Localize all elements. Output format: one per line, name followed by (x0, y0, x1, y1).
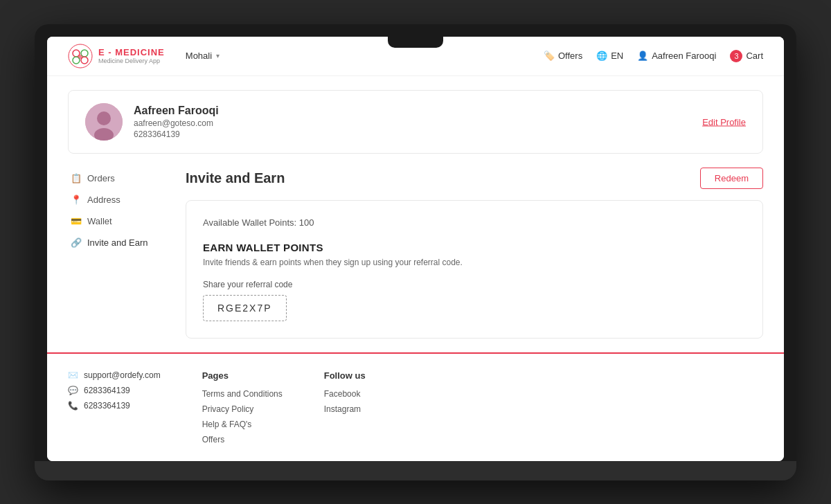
footer-email-item: ✉️ support@ordefy.com (68, 370, 161, 380)
sidebar-item-orders[interactable]: 📋 Orders (68, 168, 165, 189)
cart-label: Cart (746, 51, 763, 61)
logo-title: E - MEDICINE (98, 47, 165, 57)
avatar (85, 103, 123, 141)
address-icon: 📍 (71, 195, 82, 205)
profile-phone: 6283364139 (134, 129, 219, 139)
share-icon: 🔗 (71, 237, 82, 248)
footer-social-section: Follow us Facebook Instagram (324, 370, 366, 444)
whatsapp-icon: 💬 (68, 386, 78, 395)
footer-pages-section: Pages Terms and Conditions Privacy Polic… (202, 370, 283, 444)
earn-title: EARN WALLET POINTS (203, 242, 746, 253)
referral-label: Share your referral code (203, 280, 746, 289)
footer-phone2-item: 📞 6283364139 (68, 401, 161, 411)
sidebar: 📋 Orders 📍 Address 💳 Wallet 🔗 Invite and… (68, 168, 165, 339)
footer-phone2: 6283364139 (84, 401, 130, 411)
footer-link-offers[interactable]: Offers (202, 435, 283, 444)
wallet-points-text: Available Wallet Points: 100 (203, 217, 746, 228)
user-name-header: Aafreen Farooqi (652, 51, 716, 61)
chevron-down-icon: ▾ (216, 52, 220, 60)
offers-label: Offers (558, 51, 582, 61)
sidebar-address-label: Address (87, 195, 120, 205)
offers-nav[interactable]: 🏷️ Offers (544, 51, 582, 61)
footer-link-instagram[interactable]: Instagram (324, 404, 366, 414)
language-label: EN (611, 51, 623, 61)
svg-point-5 (78, 55, 82, 59)
sidebar-orders-label: Orders (87, 173, 115, 183)
svg-point-7 (97, 111, 111, 125)
location-text: Mohali (186, 51, 212, 61)
footer-email: support@ordefy.com (84, 370, 161, 380)
phone-icon: 📞 (68, 401, 78, 411)
profile-card: Aafreen Farooqi aafreen@goteso.com 62833… (68, 90, 763, 154)
footer-phone1: 6283364139 (84, 386, 130, 395)
earn-description: Invite friends & earn points when they s… (203, 258, 746, 267)
orders-icon: 📋 (71, 173, 82, 183)
earn-card: Available Wallet Points: 100 EARN WALLET… (186, 200, 763, 339)
logo-subtitle: Medicine Delivery App (98, 57, 165, 64)
main-layout: 📋 Orders 📍 Address 💳 Wallet 🔗 Invite and… (47, 161, 784, 352)
sidebar-invite-earn-label: Invite and Earn (87, 237, 148, 248)
cart-badge: 3 (730, 50, 742, 62)
referral-code-box[interactable]: RGE2X7P (203, 295, 287, 321)
footer-follow-title: Follow us (324, 370, 366, 381)
location-selector[interactable]: Mohali ▾ (186, 51, 220, 61)
header-right: 🏷️ Offers 🌐 EN 👤 Aafreen Farooqi 3 Cart (544, 50, 763, 62)
profile-name: Aafreen Farooqi (134, 105, 219, 117)
footer-link-help[interactable]: Help & FAQ's (202, 420, 283, 429)
sidebar-item-invite-earn[interactable]: 🔗 Invite and Earn (68, 232, 165, 253)
redeem-button[interactable]: Redeem (700, 168, 763, 189)
profile-email: aafreen@goteso.com (134, 118, 219, 128)
globe-icon: 🌐 (596, 51, 607, 61)
logo: E - MEDICINE Medicine Delivery App (68, 44, 165, 69)
sidebar-item-address[interactable]: 📍 Address (68, 189, 165, 210)
wallet-icon: 💳 (71, 216, 82, 226)
footer-contact: ✉️ support@ordefy.com 💬 6283364139 📞 628… (68, 370, 161, 444)
profile-info: Aafreen Farooqi aafreen@goteso.com 62833… (134, 105, 219, 139)
content-header: Invite and Earn Redeem (186, 168, 763, 189)
logo-icon (68, 44, 93, 69)
user-nav[interactable]: 👤 Aafreen Farooqi (637, 51, 716, 61)
footer-link-facebook[interactable]: Facebook (324, 389, 366, 399)
footer-link-privacy[interactable]: Privacy Policy (202, 404, 283, 414)
content-area: Invite and Earn Redeem Available Wallet … (186, 168, 763, 339)
footer: ✉️ support@ordefy.com 💬 6283364139 📞 628… (47, 352, 784, 461)
language-nav[interactable]: 🌐 EN (596, 51, 623, 61)
footer-pages-title: Pages (202, 370, 283, 381)
page-title: Invite and Earn (186, 170, 285, 186)
offers-icon: 🏷️ (544, 51, 555, 61)
sidebar-item-wallet[interactable]: 💳 Wallet (68, 210, 165, 232)
sidebar-wallet-label: Wallet (87, 216, 112, 226)
footer-phone1-item: 💬 6283364139 (68, 386, 161, 395)
edit-profile-link[interactable]: Edit Profile (702, 116, 746, 127)
cart-nav[interactable]: 3 Cart (730, 50, 763, 62)
user-icon: 👤 (637, 51, 648, 61)
footer-link-terms[interactable]: Terms and Conditions (202, 389, 283, 399)
email-icon: ✉️ (68, 370, 78, 380)
